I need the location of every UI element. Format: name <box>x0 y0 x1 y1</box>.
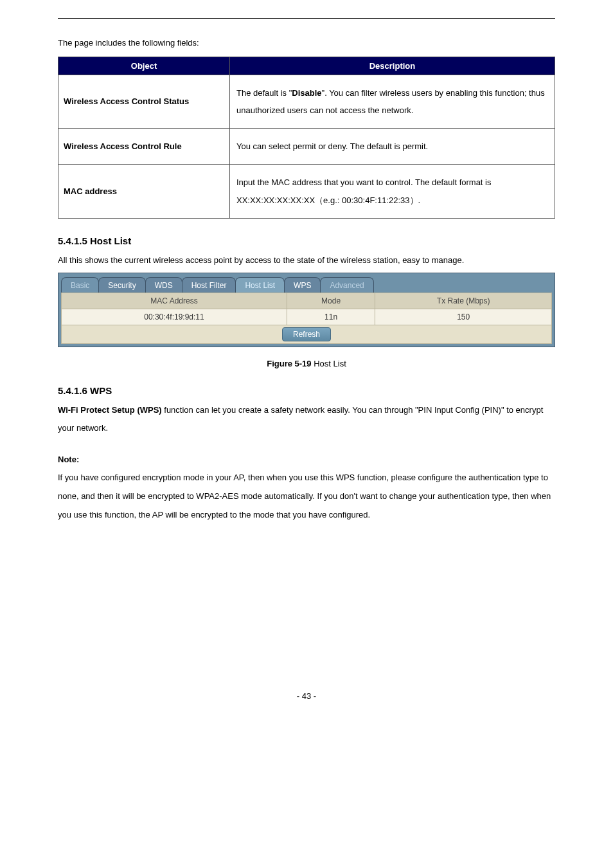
tab-wds[interactable]: WDS <box>145 277 182 293</box>
tab-hostfilter[interactable]: Host Filter <box>182 277 236 293</box>
hostlist-table: MAC Address Mode Tx Rate (Mbps) 00:30:4f… <box>61 293 552 344</box>
table-row: 00:30:4f:19:9d:11 11n 150 <box>62 309 552 325</box>
def-header-object: Object <box>58 57 230 75</box>
intro-text: The page includes the following fields: <box>58 34 555 53</box>
refresh-button[interactable]: Refresh <box>282 327 331 341</box>
note-label: Note: <box>58 451 555 469</box>
tab-security[interactable]: Security <box>98 277 145 293</box>
tab-advanced[interactable]: Advanced <box>320 277 373 293</box>
section-heading-hostlist: 5.4.1.5 Host List <box>58 235 555 246</box>
refresh-row: Refresh <box>62 325 552 343</box>
col-mode: Mode <box>287 293 375 309</box>
note-body: If you have configured encryption mode i… <box>58 469 555 524</box>
hostlist-widget: Basic Security WDS Host Filter Host List… <box>58 273 555 347</box>
col-rate: Tx Rate (Mbps) <box>375 293 552 309</box>
col-mac: MAC Address <box>62 293 287 309</box>
def-row-label: MAC address <box>58 165 230 219</box>
desc-bold: Disable <box>292 88 321 98</box>
def-row-label: Wireless Access Control Rule <box>58 129 230 165</box>
section-para-hostlist: All this shows the current wireless acce… <box>58 251 555 270</box>
def-row-desc: The default is "Disable". You can filter… <box>230 75 555 129</box>
figure-caption: Figure 5-19 Host List <box>58 359 555 368</box>
tab-wps[interactable]: WPS <box>284 277 321 293</box>
page-footer: - 43 - <box>58 691 555 701</box>
def-row-desc: You can select permit or deny. The defau… <box>230 129 555 165</box>
definitions-table: Object Description Wireless Access Contr… <box>58 57 555 219</box>
def-row-label: Wireless Access Control Status <box>58 75 230 129</box>
def-row-desc: Input the MAC address that you want to c… <box>230 165 555 219</box>
tab-strip: Basic Security WDS Host Filter Host List… <box>58 273 555 293</box>
desc-prefix: The default is " <box>236 88 292 98</box>
figure-label: Figure 5-19 <box>267 359 311 368</box>
wps-para: Wi-Fi Protect Setup (WPS) function can l… <box>58 401 555 438</box>
section-heading-wps: 5.4.1.6 WPS <box>58 385 555 396</box>
tab-basic[interactable]: Basic <box>61 277 99 293</box>
figure-title: Host List <box>312 359 346 368</box>
tab-hostlist[interactable]: Host List <box>235 277 285 293</box>
def-header-description: Description <box>230 57 555 75</box>
wps-para-bold: Wi-Fi Protect Setup (WPS) <box>58 405 162 415</box>
cell-mode: 11n <box>287 309 375 325</box>
cell-mac: 00:30:4f:19:9d:11 <box>62 309 287 325</box>
cell-rate: 150 <box>375 309 552 325</box>
